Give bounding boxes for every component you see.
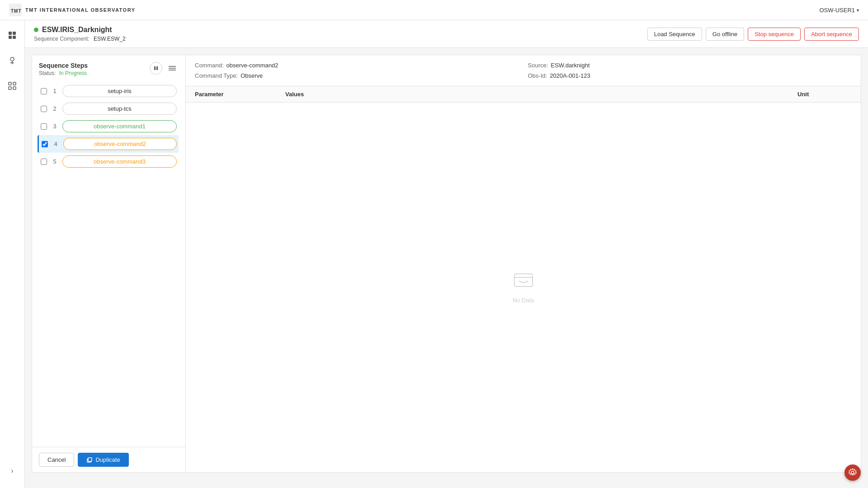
steps-list: 1 setup-iris 2 setup-tcs 3 observe-comma… xyxy=(32,80,185,447)
sequence-steps-panel: Sequence Steps Status: In Progress xyxy=(32,55,186,472)
steps-title-area: Sequence Steps Status: In Progress xyxy=(39,62,88,76)
svg-rect-14 xyxy=(156,66,158,70)
detail-table: Parameter Values Unit No Data xyxy=(186,86,861,472)
content-area: Sequence Steps Status: In Progress xyxy=(32,55,861,473)
brand: TMT TMT INTERNATIONAL OBSERVATORY xyxy=(9,4,136,16)
col-unit: Unit xyxy=(797,91,852,98)
sidebar-icon-grid[interactable] xyxy=(4,27,20,43)
svg-rect-5 xyxy=(13,36,16,39)
page-title-area: ESW.IRIS_Darknight Sequence Component: E… xyxy=(34,26,126,42)
svg-rect-12 xyxy=(13,87,16,89)
sidebar-expand-button[interactable]: › xyxy=(4,463,20,479)
step-2-label[interactable]: setup-tcs xyxy=(62,103,177,115)
pause-button[interactable] xyxy=(150,62,162,75)
step-3-number: 3 xyxy=(51,123,59,130)
step-4-checkbox[interactable] xyxy=(42,141,48,147)
svg-rect-11 xyxy=(9,87,11,89)
steps-controls xyxy=(150,62,179,75)
svg-text:TMT: TMT xyxy=(11,9,22,14)
svg-rect-3 xyxy=(13,32,16,35)
step-1-checkbox[interactable] xyxy=(41,88,47,94)
col-parameter: Parameter xyxy=(195,91,285,98)
svg-point-6 xyxy=(10,57,14,61)
source-row: Source: ESW.darknight xyxy=(528,62,852,69)
svg-rect-4 xyxy=(9,36,12,39)
header-buttons: Load Sequence Go offline Stop sequence A… xyxy=(647,28,859,41)
page-title: ESW.IRIS_Darknight xyxy=(34,26,126,34)
steps-header: Sequence Steps Status: In Progress xyxy=(32,55,185,80)
command-row: Command: observe-command2 xyxy=(195,62,519,69)
step-4-number: 4 xyxy=(52,141,60,147)
step-item-5: 5 observe-command3 xyxy=(39,153,179,170)
chevron-down-icon: ▾ xyxy=(857,8,859,13)
steps-status: Status: In Progress xyxy=(39,70,88,76)
svg-point-20 xyxy=(851,471,854,474)
step-4-label[interactable]: observe-command2 xyxy=(63,138,177,150)
svg-rect-9 xyxy=(9,82,11,85)
sidebar-icon-apps[interactable] xyxy=(4,78,20,94)
svg-rect-10 xyxy=(13,82,16,85)
steps-title: Sequence Steps xyxy=(39,62,88,69)
step-5-label[interactable]: observe-command3 xyxy=(62,155,177,168)
navbar: TMT TMT INTERNATIONAL OBSERVATORY OSW-US… xyxy=(0,0,868,20)
step-item-1: 1 setup-iris xyxy=(39,82,179,100)
list-options-button[interactable] xyxy=(166,62,179,75)
svg-rect-2 xyxy=(9,32,12,35)
gear-fab-button[interactable] xyxy=(844,465,861,481)
col-values: Values xyxy=(285,91,797,98)
step-item-2: 2 setup-tcs xyxy=(39,100,179,117)
sidebar-icon-telescope[interactable] xyxy=(4,52,20,69)
step-3-label[interactable]: observe-command1 xyxy=(62,120,177,132)
steps-footer: Cancel Duplicate xyxy=(32,447,185,472)
svg-rect-19 xyxy=(88,458,92,461)
no-data-area: No Data xyxy=(186,103,861,472)
no-data-text: No Data xyxy=(513,297,534,304)
page-header: ESW.IRIS_Darknight Sequence Component: E… xyxy=(25,20,868,48)
obs-id-row: Obs-Id: 2020A-001-123 xyxy=(528,72,852,79)
step-3-checkbox[interactable] xyxy=(41,123,47,130)
main-content: ESW.IRIS_Darknight Sequence Component: E… xyxy=(25,20,868,488)
stop-sequence-button[interactable]: Stop sequence xyxy=(748,28,801,41)
step-5-checkbox[interactable] xyxy=(41,159,47,165)
load-sequence-button[interactable]: Load Sequence xyxy=(647,28,702,41)
user-menu[interactable]: OSW-USER1 ▾ xyxy=(820,7,859,14)
step-1-number: 1 xyxy=(51,88,59,94)
detail-meta: Command: observe-command2 Source: ESW.da… xyxy=(186,55,861,86)
step-item-3: 3 observe-command1 xyxy=(39,117,179,135)
abort-sequence-button[interactable]: Abort sequence xyxy=(804,28,859,41)
step-2-checkbox[interactable] xyxy=(41,106,47,112)
svg-rect-13 xyxy=(154,66,156,70)
step-2-number: 2 xyxy=(51,105,59,112)
detail-panel: Command: observe-command2 Source: ESW.da… xyxy=(186,55,861,472)
cancel-button[interactable]: Cancel xyxy=(39,453,74,467)
step-1-label[interactable]: setup-iris xyxy=(62,85,177,97)
sidebar: › xyxy=(0,20,25,488)
step-item-4: 4 observe-command2 xyxy=(38,135,179,153)
tmt-logo: TMT xyxy=(9,4,22,16)
sequence-component-row: Sequence Component: ESW.ESW_2 xyxy=(34,36,126,42)
no-data-icon xyxy=(513,271,534,293)
go-offline-button[interactable]: Go offline xyxy=(706,28,744,41)
command-type-row: Command Type: Observe xyxy=(195,72,519,79)
step-5-number: 5 xyxy=(51,158,59,165)
duplicate-button[interactable]: Duplicate xyxy=(78,453,128,467)
table-header: Parameter Values Unit xyxy=(186,86,861,103)
online-status-indicator xyxy=(34,28,38,32)
